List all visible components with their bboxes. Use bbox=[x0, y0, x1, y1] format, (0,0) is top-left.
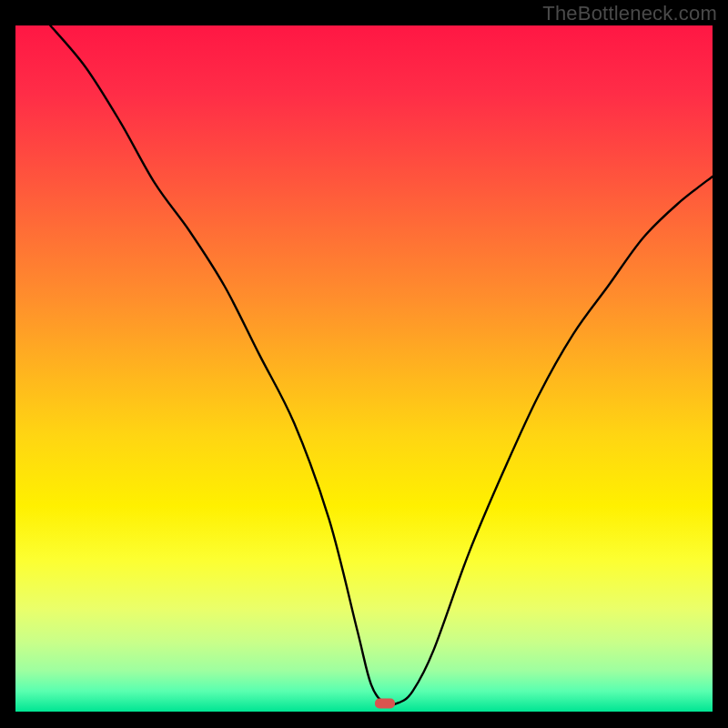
chart-svg bbox=[15, 25, 713, 712]
plot-background bbox=[15, 25, 713, 712]
min-marker bbox=[375, 699, 395, 709]
plot-area bbox=[15, 25, 713, 712]
watermark-text: TheBottleneck.com bbox=[542, 2, 717, 25]
chart-frame: TheBottleneck.com bbox=[0, 0, 728, 728]
